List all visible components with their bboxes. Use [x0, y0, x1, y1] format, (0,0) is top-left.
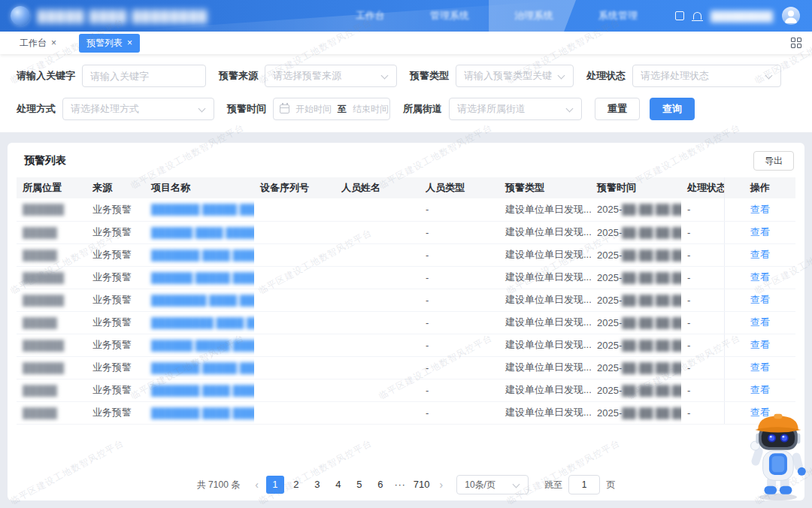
cell-time-masked: ██-██ ██:██ — [622, 340, 681, 351]
view-link[interactable]: 查看 — [750, 271, 770, 283]
col-source: 来源 — [86, 177, 145, 198]
chevron-down-icon — [381, 72, 389, 80]
keyword-label: 请输入关键字 — [17, 69, 75, 83]
col-warning-time: 预警时间 — [591, 177, 681, 198]
keyword-input[interactable] — [90, 71, 198, 82]
end-date-placeholder[interactable]: 结束时间 — [353, 103, 389, 116]
warning-source-select[interactable]: 请选择预警来源 — [265, 65, 397, 87]
project-link[interactable]: ███████ ████ ████████ — [151, 385, 254, 396]
cell-warning-type: 建设单位单日发现... — [505, 271, 591, 283]
next-page-icon[interactable]: › — [438, 479, 446, 491]
page-button[interactable]: 2 — [287, 476, 305, 494]
col-status: 处理状态 — [681, 177, 724, 198]
project-link[interactable]: ███████ ████ ███████ — [151, 407, 254, 419]
cell-source: 业务预警 — [92, 407, 132, 418]
cell-person-type: - — [426, 204, 429, 215]
table-row: █████ 业务预警 ███████ ████ ████████ - 建设单位单… — [17, 379, 795, 401]
project-link[interactable]: ███████ █████ ████████ — [151, 204, 254, 215]
prev-page-icon[interactable]: ‹ — [253, 479, 261, 491]
cell-time-prefix: 2025- — [597, 227, 622, 238]
warning-type-select[interactable]: 请输入预警类型关键字 — [456, 65, 574, 87]
table-row: █████ 业务预警 ██████ ████ █████████ - 建设单位单… — [17, 221, 795, 243]
page-button[interactable]: 6 — [371, 476, 389, 494]
start-date-placeholder[interactable]: 开始时间 — [295, 103, 332, 116]
date-range-picker[interactable]: 开始时间 至 结束时间 — [273, 98, 390, 120]
view-link[interactable]: 查看 — [750, 361, 770, 373]
project-link[interactable]: ██████ ████ █████████ — [151, 227, 254, 238]
close-icon[interactable]: × — [51, 38, 56, 48]
cell-warning-type: 建设单位单日发现... — [505, 361, 591, 373]
search-button[interactable]: 查询 — [650, 98, 695, 120]
chevron-down-icon — [566, 105, 574, 113]
warning-type-label: 预警类型 — [410, 69, 449, 83]
close-icon[interactable]: × — [127, 38, 132, 48]
total-count: 共 7100 条 — [197, 479, 240, 491]
view-link[interactable]: 查看 — [750, 316, 770, 328]
cell-warning-type: 建设单位单日发现... — [505, 339, 591, 350]
table-body: ██████ 业务预警 ███████ █████ ████████ - 建设单… — [17, 198, 795, 424]
cell-status: - — [687, 295, 690, 306]
cell-person-type: - — [426, 340, 429, 351]
cell-status: - — [687, 249, 690, 261]
view-link[interactable]: 查看 — [750, 204, 770, 215]
assistant-robot-mascot[interactable] — [746, 411, 809, 503]
cell-location: ██████ — [23, 340, 64, 351]
project-link[interactable]: ███████ ████ ████████ — [151, 249, 254, 261]
handle-status-select[interactable]: 请选择处理状态 — [632, 65, 781, 87]
view-link[interactable]: 查看 — [750, 294, 770, 305]
nav-item-system[interactable]: 系统管理 — [576, 0, 660, 32]
filter-panel: 请输入关键字 预警来源 请选择预警来源 预警类型 请输入预警类型关键字 处理状态… — [0, 54, 812, 132]
cell-time-masked: ██-██ ██:██ — [622, 362, 681, 373]
project-link[interactable]: ██████ █████ ████████ — [151, 272, 254, 283]
cell-location: █████ — [23, 407, 57, 419]
layout-grid-icon[interactable] — [791, 38, 801, 48]
view-link[interactable]: 查看 — [750, 339, 770, 350]
street-select[interactable]: 请选择所属街道 — [449, 98, 582, 120]
table-row: █████ 业务预警 █████████ ████ ██████ - 建设单位单… — [17, 311, 795, 334]
page-button[interactable]: 5 — [350, 476, 368, 494]
fullscreen-icon[interactable] — [675, 11, 684, 20]
cell-warning-type: 建设单位单日发现... — [505, 204, 591, 215]
nav-item-management[interactable]: 管理系统 — [408, 0, 492, 32]
avatar[interactable] — [782, 7, 800, 25]
cell-person-type: - — [426, 317, 429, 328]
page-size-select[interactable]: 10条/页 — [456, 475, 529, 494]
view-link[interactable]: 查看 — [750, 384, 770, 395]
tab-workbench[interactable]: 工作台 × — [20, 37, 56, 50]
last-page-button[interactable]: 710 — [411, 476, 432, 494]
cell-source: 业务预警 — [92, 271, 132, 283]
handle-method-select[interactable]: 请选择处理方式 — [62, 98, 214, 120]
nav-right-tools: █████████ — [660, 7, 812, 25]
more-pages-icon[interactable]: ··· — [395, 479, 406, 490]
export-button[interactable]: 导出 — [753, 151, 794, 171]
cell-person-type: - — [426, 362, 429, 373]
cell-time-prefix: 2025- — [597, 295, 622, 306]
cell-source: 业务预警 — [92, 316, 132, 328]
chevron-down-icon — [513, 481, 520, 488]
cell-time-prefix: 2025- — [597, 362, 622, 373]
project-link[interactable]: ████████ ████ ███████ — [151, 295, 254, 306]
page-button[interactable]: 1 — [266, 476, 284, 494]
cell-location: ██████ — [23, 362, 64, 373]
cell-warning-type: 建设单位单日发现... — [505, 407, 591, 418]
project-link[interactable]: █████████ ████ ██████ — [151, 317, 254, 328]
nav-item-governance[interactable]: 治理系统 — [492, 0, 576, 32]
cell-time-prefix: 2025- — [597, 272, 622, 283]
cell-time-masked: ██-██ ██:██ — [622, 272, 681, 283]
view-link[interactable]: 查看 — [750, 249, 770, 260]
nav-item-workbench[interactable]: 工作台 — [333, 0, 408, 32]
page-button[interactable]: 4 — [329, 476, 347, 494]
project-link[interactable]: ██████ █████ ███████ — [151, 340, 254, 351]
handle-status-label: 处理状态 — [586, 69, 626, 83]
bell-icon[interactable] — [693, 12, 701, 20]
reset-button[interactable]: 重置 — [595, 98, 640, 120]
page-button[interactable]: 3 — [308, 476, 326, 494]
cell-location: █████ — [23, 317, 57, 328]
view-link[interactable]: 查看 — [750, 226, 770, 237]
cell-status: - — [687, 204, 690, 215]
jump-page-input[interactable] — [568, 475, 600, 494]
tab-warning-list[interactable]: 预警列表 × — [79, 34, 140, 53]
project-link[interactable]: ███████ █████ ███████ — [151, 362, 254, 373]
table-row: ██████ 业务预警 ███████ █████ ████████ - 建设单… — [17, 198, 795, 221]
cell-status: - — [687, 385, 690, 396]
